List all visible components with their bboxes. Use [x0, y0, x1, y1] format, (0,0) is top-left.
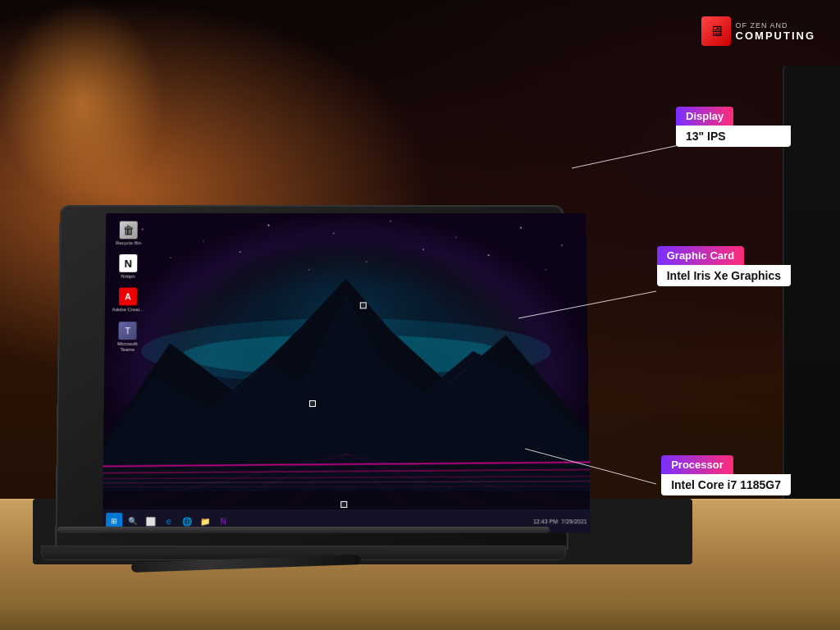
svg-point-7 — [455, 237, 456, 238]
wallpaper — [103, 213, 591, 533]
display-annotation-label: Display — [676, 107, 733, 126]
teams-icon: T Microsoft Teams — [111, 322, 144, 353]
recycle-bin-icon: 🗑 Recycle Bin — [112, 221, 145, 247]
brand-icon-symbol: 🖥 — [709, 23, 724, 40]
time-display: 12:43 PM — [533, 518, 558, 524]
brand-top-text: OF ZEN AND — [736, 21, 815, 30]
brand-logo: 🖥 OF ZEN AND COMPUTING — [701, 16, 815, 46]
svg-point-10 — [170, 257, 171, 258]
svg-point-5 — [333, 233, 334, 234]
processor-annotation-label: Processor — [661, 455, 733, 474]
svg-point-17 — [308, 269, 309, 270]
processor-annotation: Processor Intel Core i7 1185G7 — [661, 455, 791, 495]
laptop-lid: 15111 — [55, 205, 568, 550]
notion-icon: N Notion — [112, 254, 144, 280]
brand-text: OF ZEN AND COMPUTING — [736, 21, 815, 42]
brand-bottom-text: COMPUTING — [736, 30, 815, 42]
laptop-hinge — [57, 527, 550, 533]
display-annotation: Display 13" IPS — [676, 107, 791, 147]
graphic-dot-marker — [309, 400, 316, 407]
graphic-card-annotation: Graphic Card Intel Iris Xe Graphics — [657, 246, 791, 286]
processor-annotation-value: Intel Core i7 1185G7 — [661, 474, 791, 495]
svg-point-11 — [240, 251, 241, 253]
brand-icon: 🖥 — [701, 16, 731, 46]
svg-point-13 — [488, 254, 490, 256]
adobe-icon: A Adobe Creat... — [112, 288, 144, 313]
svg-point-4 — [267, 225, 269, 226]
laptop-screen: 🗑 Recycle Bin N Notion A Adobe Creat... … — [103, 213, 591, 533]
svg-point-3 — [203, 241, 203, 242]
graphic-card-annotation-label: Graphic Card — [657, 246, 744, 265]
processor-dot-marker — [340, 501, 347, 508]
display-dot-marker — [360, 302, 367, 308]
graphic-card-annotation-value: Intel Iris Xe Graphics — [657, 265, 791, 286]
display-annotation-value: 13" IPS — [676, 126, 791, 147]
svg-point-16 — [422, 249, 424, 250]
desktop-icons: 🗑 Recycle Bin N Notion A Adobe Creat... … — [111, 221, 144, 353]
date-display: 7/29/2021 — [561, 518, 587, 524]
stars-decoration — [103, 213, 591, 533]
svg-point-6 — [390, 221, 391, 222]
svg-point-12 — [366, 261, 367, 262]
taskbar-clock: 12:43 PM 7/29/2021 — [533, 518, 587, 524]
